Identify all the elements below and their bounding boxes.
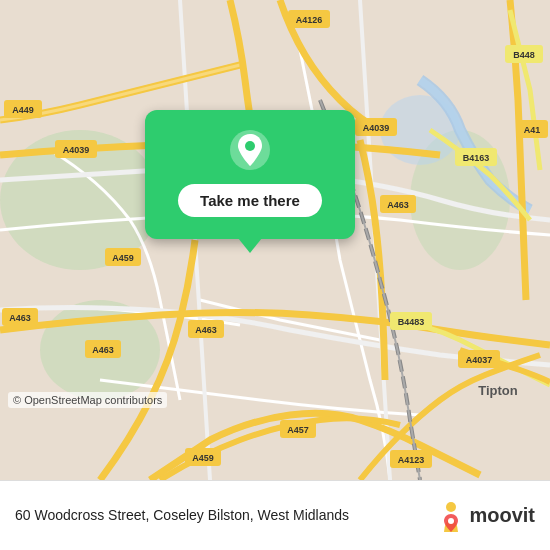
location-pin-icon (228, 128, 272, 172)
svg-text:A463: A463 (92, 345, 114, 355)
svg-text:A457: A457 (287, 425, 309, 435)
moovit-brand-icon (437, 500, 465, 532)
address-text: 60 Woodcross Street, Coseley Bilston, We… (15, 506, 349, 526)
svg-text:A4126: A4126 (296, 15, 323, 25)
map-attribution: © OpenStreetMap contributors (8, 392, 167, 408)
svg-text:A41: A41 (524, 125, 541, 135)
take-me-there-button[interactable]: Take me there (178, 184, 322, 217)
svg-text:A463: A463 (9, 313, 31, 323)
moovit-brand-name: moovit (469, 504, 535, 527)
svg-point-44 (245, 141, 255, 151)
svg-point-45 (446, 502, 456, 512)
svg-text:A4039: A4039 (363, 123, 390, 133)
svg-text:A463: A463 (195, 325, 217, 335)
popup-card: Take me there (145, 110, 355, 239)
svg-text:A4123: A4123 (398, 455, 425, 465)
svg-text:Tipton: Tipton (478, 383, 518, 398)
svg-text:B448: B448 (513, 50, 535, 60)
map-container: A449 A4039 A4039 A4039 A4126 B448 A41 B4… (0, 0, 550, 480)
svg-text:A4039: A4039 (63, 145, 90, 155)
svg-text:B4483: B4483 (398, 317, 425, 327)
bottom-bar: 60 Woodcross Street, Coseley Bilston, We… (0, 480, 550, 550)
svg-point-46 (448, 518, 454, 524)
svg-text:A459: A459 (112, 253, 134, 263)
svg-text:A463: A463 (387, 200, 409, 210)
svg-text:A4037: A4037 (466, 355, 493, 365)
svg-text:B4163: B4163 (463, 153, 490, 163)
svg-text:A449: A449 (12, 105, 34, 115)
svg-text:A459: A459 (192, 453, 214, 463)
moovit-logo: moovit (437, 500, 535, 532)
